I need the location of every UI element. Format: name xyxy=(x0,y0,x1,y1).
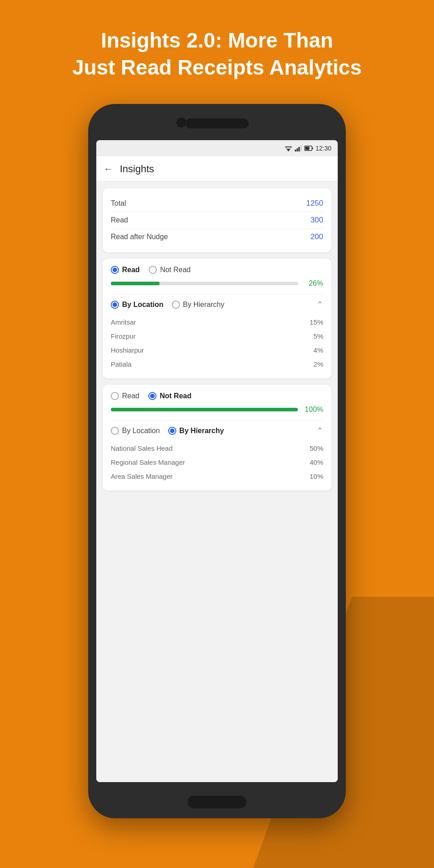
radio-read-option-2[interactable]: Read xyxy=(111,392,139,400)
location-name-hoshiarpur: Hoshiarpur xyxy=(111,346,144,354)
radio-read-label-2: Read xyxy=(122,392,139,400)
stats-card: Total 1250 Read 300 Read after Nudge 200 xyxy=(103,188,331,252)
phone-speaker xyxy=(185,118,249,128)
radio-not-read-label: Not Read xyxy=(160,266,191,274)
radio-not-read-label-2: Not Read xyxy=(160,392,191,400)
phone-home-button[interactable] xyxy=(188,796,246,808)
stat-value-total: 1250 xyxy=(306,199,323,208)
list-item: Regional Sales Manager 40% xyxy=(111,455,323,469)
radio-by-location-option-not-read[interactable]: By Location xyxy=(111,427,160,435)
read-progress-bar-container xyxy=(111,282,298,285)
stat-value-read-after-nudge: 200 xyxy=(311,232,323,241)
list-item: Amritsar 15% xyxy=(111,315,323,329)
read-progress-percent: 26% xyxy=(302,279,323,288)
not-read-card-divider xyxy=(111,420,323,420)
read-location-chevron-icon[interactable]: ⌃ xyxy=(316,300,323,310)
read-location-list: Amritsar 15% Firozpur 5% Hoshiarpur 4% P… xyxy=(111,315,323,371)
not-read-progress-bar-container xyxy=(111,408,298,411)
radio-read-label: Read xyxy=(122,266,140,274)
location-percent-hoshiarpur: 4% xyxy=(313,346,323,354)
radio-by-hierarchy-label-not-read: By Hierarchy xyxy=(179,427,224,435)
not-read-hierarchy-list: National Sales Head 50% Regional Sales M… xyxy=(111,441,323,483)
radio-not-read-circle xyxy=(149,266,157,274)
list-item: Area Sales Manager 10% xyxy=(111,469,323,483)
app-bar-title: Insights xyxy=(120,163,154,175)
svg-marker-2 xyxy=(287,149,290,151)
svg-rect-3 xyxy=(295,150,296,151)
header-title: Insights 2.0: More Than Just Read Receip… xyxy=(0,27,434,81)
read-sub-radio-group: By Location By Hierarchy xyxy=(111,301,224,309)
radio-by-hierarchy-circle-not-read xyxy=(168,427,176,435)
not-read-progress-percent: 100% xyxy=(302,406,323,414)
stat-row-read-after-nudge: Read after Nudge 200 xyxy=(111,228,323,245)
radio-by-hierarchy-option-read[interactable]: By Hierarchy xyxy=(172,301,225,309)
status-time: 12:30 xyxy=(316,145,331,152)
read-card-divider xyxy=(111,294,323,294)
content-area: Total 1250 Read 300 Read after Nudge 200 xyxy=(96,182,338,782)
read-progress-row: 26% xyxy=(111,279,323,288)
stat-row-read: Read 300 xyxy=(111,212,323,228)
radio-by-location-label-not-read: By Location xyxy=(122,427,160,435)
hierarchy-area-sales-manager-percent: 10% xyxy=(310,472,323,480)
phone-screen: 12:30 ← Insights Total 1250 Read 300 Re xyxy=(96,140,338,782)
read-radio-group: Read Not Read xyxy=(111,266,323,274)
radio-not-read-circle-2 xyxy=(148,392,156,400)
not-read-progress-row: 100% xyxy=(111,406,323,414)
svg-rect-4 xyxy=(297,148,298,151)
radio-by-location-circle-not-read xyxy=(111,427,119,435)
not-read-sub-radio-group: By Location By Hierarchy xyxy=(111,427,224,435)
stat-label-read-after-nudge: Read after Nudge xyxy=(111,233,168,241)
back-button[interactable]: ← xyxy=(104,163,113,175)
location-percent-firozpur: 5% xyxy=(313,332,323,340)
radio-by-hierarchy-circle-read xyxy=(172,301,180,309)
read-card: Read Not Read 26% xyxy=(103,259,331,378)
radio-by-location-circle-read xyxy=(111,301,119,309)
list-item: Patiala 2% xyxy=(111,357,323,371)
phone-device: 12:30 ← Insights Total 1250 Read 300 Re xyxy=(88,104,346,818)
location-percent-amritsar: 15% xyxy=(310,318,323,326)
location-name-patiala: Patiala xyxy=(111,360,132,368)
signal-icon xyxy=(295,145,302,151)
phone-camera xyxy=(176,118,186,127)
stat-value-read: 300 xyxy=(311,216,323,225)
not-read-sub-radio-row: By Location By Hierarchy ⌃ xyxy=(111,426,323,436)
hierarchy-area-sales-manager: Area Sales Manager xyxy=(111,472,173,480)
location-name-firozpur: Firozpur xyxy=(111,332,136,340)
radio-read-circle-2 xyxy=(111,392,119,400)
hierarchy-regional-sales-manager: Regional Sales Manager xyxy=(111,458,185,466)
read-sub-radio-row: By Location By Hierarchy ⌃ xyxy=(111,300,323,310)
svg-rect-6 xyxy=(300,145,302,151)
battery-icon xyxy=(304,146,313,151)
list-item: National Sales Head 50% xyxy=(111,441,323,455)
stat-label-total: Total xyxy=(111,199,126,208)
radio-read-option[interactable]: Read xyxy=(111,266,140,274)
list-item: Hoshiarpur 4% xyxy=(111,343,323,357)
not-read-hierarchy-chevron-icon[interactable]: ⌃ xyxy=(316,426,323,436)
radio-not-read-option[interactable]: Not Read xyxy=(149,266,191,274)
app-bar: ← Insights xyxy=(96,156,338,182)
hierarchy-national-sales-head: National Sales Head xyxy=(111,444,173,452)
hierarchy-regional-sales-manager-percent: 40% xyxy=(310,458,323,466)
status-icons: 12:30 xyxy=(284,145,331,152)
not-read-card: Read Not Read 100% xyxy=(103,385,331,491)
svg-rect-8 xyxy=(312,147,313,149)
radio-by-hierarchy-option-not-read[interactable]: By Hierarchy xyxy=(168,427,224,435)
stat-row-total: Total 1250 xyxy=(111,195,323,212)
svg-rect-9 xyxy=(305,147,309,150)
location-percent-patiala: 2% xyxy=(313,360,323,368)
hierarchy-national-sales-head-percent: 50% xyxy=(310,444,323,452)
not-read-progress-bar-fill xyxy=(111,408,298,411)
radio-not-read-option-2[interactable]: Not Read xyxy=(148,392,191,400)
location-name-amritsar: Amritsar xyxy=(111,318,136,326)
not-read-radio-group: Read Not Read xyxy=(111,392,323,400)
radio-by-hierarchy-label-read: By Hierarchy xyxy=(183,301,225,309)
wifi-icon xyxy=(284,145,292,151)
radio-by-location-label-read: By Location xyxy=(122,301,164,309)
list-item: Firozpur 5% xyxy=(111,329,323,343)
stat-label-read: Read xyxy=(111,216,128,224)
status-bar: 12:30 xyxy=(96,140,338,156)
radio-read-circle xyxy=(111,266,119,274)
svg-rect-5 xyxy=(298,147,300,151)
read-progress-bar-fill xyxy=(111,282,160,285)
radio-by-location-option-read[interactable]: By Location xyxy=(111,301,164,309)
